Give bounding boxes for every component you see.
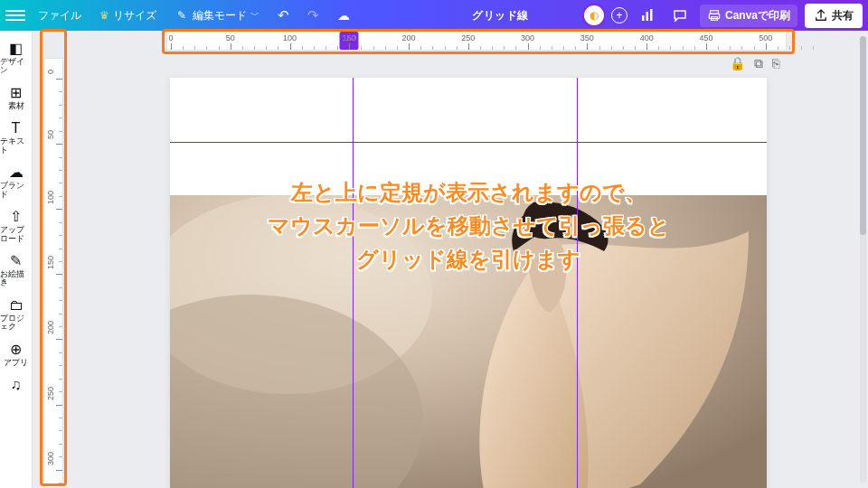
sidebar-item-8[interactable]: ♫ (0, 372, 32, 398)
svg-rect-0 (642, 15, 645, 21)
upload-icon (814, 8, 828, 23)
ruler-v-tick: 300 (46, 452, 55, 465)
resize-label: リサイズ (113, 8, 156, 23)
workspace: 150 050100150200250300350400450500 05010… (33, 31, 868, 488)
left-sidebar: ◧デザイン⊞素材Tテキスト☁ブランド⇧アップロード✎お絵描き🗀プロジェク⊕アプリ… (0, 31, 33, 488)
sidebar-icon: ✎ (10, 254, 22, 268)
ruler-v-tick: 0 (46, 70, 55, 74)
bar-chart-icon (640, 8, 655, 23)
guide-line-horizontal[interactable] (170, 142, 767, 143)
cloud-check-icon: ☁ (337, 8, 350, 23)
duplicate-page-icon[interactable]: ⧉ (754, 56, 763, 71)
plus-icon: + (616, 9, 622, 22)
sidebar-icon: ⊞ (10, 86, 22, 100)
sidebar-icon: ◧ (9, 42, 23, 56)
print-label: Canvaで印刷 (725, 8, 790, 23)
undo-icon: ↶ (278, 7, 289, 23)
ruler-vertical[interactable]: 050100150200250300 (43, 58, 63, 488)
cloud-sync-button[interactable]: ☁ (332, 5, 355, 26)
chevron-down-icon: ﹀ (250, 9, 259, 22)
chat-bubble-icon (673, 8, 687, 23)
sidebar-label: アップロード (0, 226, 32, 243)
add-page-icon[interactable]: ⎘ (772, 56, 779, 71)
ruler-v-tick: 200 (46, 321, 55, 334)
sidebar-label: デザイン (0, 58, 32, 75)
scrollbar-thumb[interactable] (860, 36, 866, 235)
sidebar-label: プロジェク (0, 314, 32, 332)
sidebar-label: ブランド (0, 182, 32, 199)
print-button[interactable]: Canvaで印刷 (700, 5, 797, 27)
sidebar-item-3[interactable]: ☁ブランド (0, 160, 32, 204)
ruler-h-tick: 50 (226, 33, 235, 42)
sidebar-icon: ⇧ (10, 210, 22, 224)
design-canvas[interactable] (170, 78, 767, 488)
comment-button[interactable] (667, 5, 693, 26)
sidebar-item-0[interactable]: ◧デザイン (0, 36, 32, 80)
lock-icon[interactable]: 🔒 (730, 56, 745, 71)
ruler-v-tick: 50 (46, 130, 55, 139)
app-topbar: ファイル ♛ リサイズ ✎ 編集モード ﹀ ↶ ↷ ☁ グリッド線 ◐ + Ca… (0, 0, 868, 31)
file-label: ファイル (38, 8, 81, 23)
ruler-v-tick: 100 (46, 191, 55, 204)
sidebar-label: お絵描き (0, 270, 32, 287)
ruler-h-tick: 100 (283, 33, 297, 42)
document-title[interactable]: グリッド線 (472, 8, 529, 23)
pencil-icon: ✎ (175, 8, 189, 23)
user-avatar[interactable]: ◐ (584, 5, 604, 25)
sidebar-label: アプリ (4, 359, 28, 367)
printer-icon (707, 8, 722, 23)
sidebar-item-2[interactable]: Tテキスト (0, 116, 32, 160)
ruler-h-tick: 350 (580, 33, 594, 42)
add-collaborator-button[interactable]: + (611, 7, 627, 23)
redo-button[interactable]: ↷ (302, 4, 325, 27)
ruler-h-tick: 500 (759, 33, 772, 42)
analytics-button[interactable] (635, 5, 660, 26)
sidebar-item-5[interactable]: ✎お絵描き (0, 249, 32, 293)
share-label: 共有 (832, 8, 854, 23)
redo-icon: ↷ (307, 7, 319, 23)
sidebar-item-4[interactable]: ⇧アップロード (0, 204, 32, 249)
sidebar-icon: ♫ (11, 378, 22, 392)
ruler-h-tick: 300 (521, 33, 534, 42)
ruler-h-tick: 200 (402, 33, 416, 42)
guide-line-vertical[interactable] (577, 78, 578, 488)
sidebar-label: 素材 (8, 102, 24, 110)
ruler-h-tick: 250 (461, 33, 475, 42)
ruler-h-tick: 0 (168, 33, 173, 42)
sidebar-item-1[interactable]: ⊞素材 (0, 80, 32, 116)
avatar-icon: ◐ (590, 9, 599, 22)
ruler-v-tick: 150 (46, 256, 55, 269)
share-button[interactable]: 共有 (805, 4, 863, 28)
ruler-h-tick: 150 (343, 33, 356, 42)
menu-icon[interactable] (5, 5, 25, 25)
svg-rect-1 (646, 12, 648, 21)
ruler-horizontal[interactable]: 150 050100150200250300350400450500 (166, 31, 787, 51)
undo-button[interactable]: ↶ (272, 4, 295, 27)
canvas-image[interactable] (170, 195, 767, 488)
edit-mode-dropdown[interactable]: ✎ 編集モード ﹀ (169, 5, 265, 27)
resize-button[interactable]: ♛ リサイズ (94, 5, 162, 27)
ruler-h-tick: 450 (699, 33, 712, 42)
sidebar-item-7[interactable]: ⊕アプリ (0, 337, 32, 372)
ruler-h-tick: 400 (640, 33, 654, 42)
guide-line-vertical[interactable] (353, 78, 354, 488)
crown-icon: ♛ (99, 9, 109, 22)
file-menu[interactable]: ファイル (33, 5, 87, 27)
sidebar-icon: T (12, 121, 21, 136)
sidebar-icon: 🗀 (9, 298, 24, 313)
edit-mode-label: 編集モード (193, 8, 247, 23)
ruler-v-tick: 250 (46, 387, 55, 400)
svg-rect-2 (650, 9, 653, 21)
page-tools: 🔒 ⧉ ⎘ (730, 56, 779, 71)
sidebar-label: テキスト (0, 137, 32, 155)
sidebar-icon: ☁ (9, 165, 24, 180)
sidebar-item-6[interactable]: 🗀プロジェク (0, 293, 32, 337)
sidebar-icon: ⊕ (10, 343, 22, 357)
